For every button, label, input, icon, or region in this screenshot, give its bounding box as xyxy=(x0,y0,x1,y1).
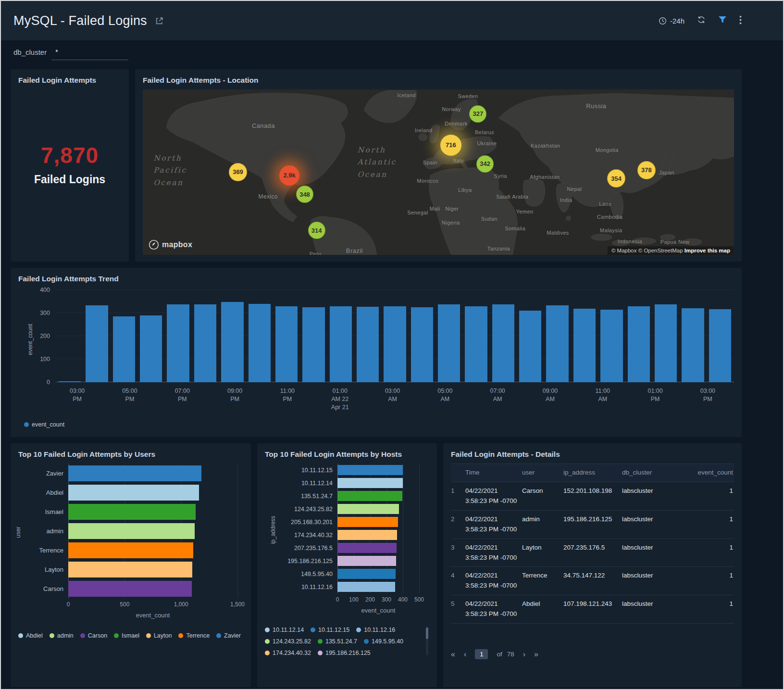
trend-bar[interactable] xyxy=(573,309,596,382)
trend-bar[interactable] xyxy=(59,381,81,382)
column-header-user[interactable]: user xyxy=(522,464,563,482)
bar[interactable] xyxy=(68,581,192,597)
trend-bar[interactable] xyxy=(357,307,379,382)
legend-item[interactable]: 149.5.95.40 xyxy=(364,638,403,645)
improve-map-link[interactable]: Improve this map xyxy=(684,248,730,253)
mapbox-logo-text: mapbox xyxy=(162,240,192,249)
legend-item[interactable]: admin xyxy=(50,632,74,639)
trend-bar[interactable] xyxy=(86,305,108,382)
map-marker[interactable]: 348 xyxy=(296,186,313,203)
map-marker[interactable]: 327 xyxy=(469,105,486,123)
trend-bar[interactable] xyxy=(167,304,189,382)
bar[interactable] xyxy=(68,504,196,520)
trend-bar[interactable] xyxy=(438,304,460,382)
current-page-input[interactable]: 1 xyxy=(475,649,488,659)
table-row[interactable]: 104/22/2021 3:58:23 PM -0700Carson152.20… xyxy=(451,482,734,511)
trend-bar[interactable] xyxy=(492,304,514,382)
map-marker[interactable]: 342 xyxy=(476,155,494,173)
bar[interactable] xyxy=(337,530,397,540)
more-menu-button[interactable] xyxy=(739,15,742,26)
bar[interactable] xyxy=(337,556,396,566)
share-button[interactable] xyxy=(155,16,164,25)
bar[interactable] xyxy=(68,562,192,577)
column-header-db-cluster[interactable]: db_cluster xyxy=(622,464,678,482)
bar[interactable] xyxy=(337,569,396,579)
legend-item[interactable]: Carson xyxy=(80,632,107,639)
trend-bar[interactable] xyxy=(249,304,271,382)
y-axis-category-label: 124.243.25.82 xyxy=(273,506,337,513)
x-axis-tick-label: 0 xyxy=(67,601,70,608)
map-marker[interactable]: 2.9k xyxy=(279,165,299,186)
trend-bar[interactable] xyxy=(519,311,541,382)
column-header-ip-address[interactable]: ip_address xyxy=(563,464,622,482)
legend-item[interactable]: 10.11.12.14 xyxy=(265,627,304,633)
bar[interactable] xyxy=(337,478,403,488)
legend-item[interactable]: Abdiel xyxy=(18,632,43,639)
legend-item[interactable]: 135.51.24.7 xyxy=(318,638,357,645)
legend-item[interactable]: Ismael xyxy=(114,632,139,639)
table-row[interactable]: 204/22/2021 3:58:23 PM -0700admin195.186… xyxy=(451,511,734,539)
trend-bar[interactable] xyxy=(546,305,568,382)
cell-time: 04/22/2021 3:58:23 PM -0700 xyxy=(465,595,522,623)
legend-item[interactable]: Terrence xyxy=(178,632,210,639)
trend-bar[interactable] xyxy=(384,306,406,382)
table-row[interactable]: 504/22/2021 3:58:23 PM -0700Abdiel107.19… xyxy=(451,595,734,624)
legend-item[interactable]: 10.11.12.16 xyxy=(356,627,395,633)
trend-bar[interactable] xyxy=(411,307,433,382)
filter-button[interactable] xyxy=(718,16,727,25)
trend-bar[interactable] xyxy=(275,306,298,382)
filter-value-input[interactable]: * xyxy=(51,47,128,60)
bar[interactable] xyxy=(337,504,399,514)
y-axis-category-label: admin xyxy=(26,527,68,535)
legend-item[interactable]: 10.11.12.15 xyxy=(311,627,349,633)
table-row[interactable]: 304/22/2021 3:58:23 PM -0700Layton207.23… xyxy=(451,539,734,567)
trend-bar[interactable] xyxy=(465,306,487,382)
trend-bar[interactable] xyxy=(140,315,162,382)
next-page-button[interactable]: › xyxy=(523,650,525,659)
legend-item[interactable]: 124.243.25.82 xyxy=(265,638,311,645)
trend-bar[interactable] xyxy=(628,306,650,382)
bar[interactable] xyxy=(337,491,402,501)
bar[interactable] xyxy=(68,465,201,481)
legend-item[interactable]: event_count xyxy=(24,421,64,428)
bar[interactable] xyxy=(68,542,193,558)
map-canvas[interactable]: mapbox © Mapbox © OpenStreetMap Improve … xyxy=(143,89,734,255)
map-country-label: Mongolia xyxy=(596,147,619,153)
map-attribution-text[interactable]: © Mapbox © OpenStreetMap xyxy=(611,248,683,253)
map-marker[interactable]: 314 xyxy=(308,222,325,239)
map-marker[interactable]: 378 xyxy=(637,161,656,179)
table-row[interactable]: 404/22/2021 3:58:23 PM -0700Terrence34.7… xyxy=(451,567,734,595)
time-range-button[interactable]: -24h xyxy=(659,17,684,25)
map-marker[interactable]: 354 xyxy=(607,169,625,188)
legend-item[interactable]: Zavier xyxy=(216,632,241,639)
trend-bar[interactable] xyxy=(682,308,704,382)
legend-item[interactable]: 174.234.40.32 xyxy=(265,650,311,656)
bar[interactable] xyxy=(68,523,195,539)
bar[interactable] xyxy=(68,485,199,501)
bar[interactable] xyxy=(337,465,403,475)
mapbox-logo[interactable]: mapbox xyxy=(149,239,192,250)
prev-page-button[interactable]: ‹ xyxy=(464,650,466,659)
trend-bar[interactable] xyxy=(330,306,352,382)
map-country-label: Niger xyxy=(445,206,459,212)
bar[interactable] xyxy=(337,582,395,592)
first-page-button[interactable]: « xyxy=(451,650,455,659)
trend-bar[interactable] xyxy=(600,310,622,382)
legend-scrollbar-thumb[interactable] xyxy=(426,627,428,639)
trend-bar[interactable] xyxy=(194,304,216,382)
bar[interactable] xyxy=(337,517,398,527)
trend-bar[interactable] xyxy=(221,302,243,382)
refresh-button[interactable] xyxy=(697,15,706,26)
trend-bar[interactable] xyxy=(302,307,324,382)
column-header-event-count[interactable]: event_count xyxy=(678,464,734,482)
trend-bar[interactable] xyxy=(709,309,731,382)
last-page-button[interactable]: » xyxy=(534,650,538,659)
map-marker[interactable]: 369 xyxy=(229,163,247,181)
trend-bar[interactable] xyxy=(655,304,677,382)
legend-item[interactable]: Layton xyxy=(146,632,172,639)
bar[interactable] xyxy=(337,543,397,553)
legend-item[interactable]: 195.186.216.125 xyxy=(318,650,371,656)
trend-bar[interactable] xyxy=(113,316,135,382)
map-marker[interactable]: 716 xyxy=(440,135,461,156)
column-header-time[interactable]: Time xyxy=(465,464,522,482)
